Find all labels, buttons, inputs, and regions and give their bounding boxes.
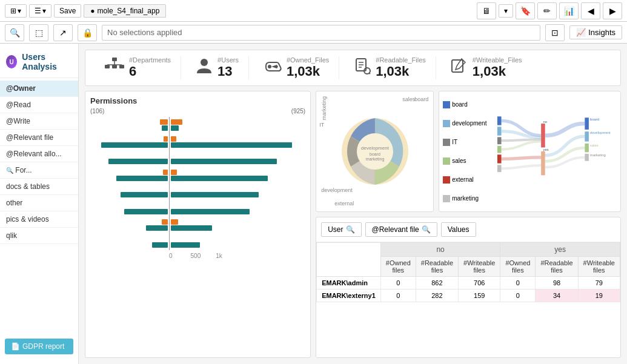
no-group-header: no — [380, 243, 500, 257]
sidebar-item-pics[interactable]: pics & videos — [0, 211, 78, 228]
user-cell-1: EMARK\externy1 — [317, 290, 381, 302]
x-label-1k: 1k — [216, 253, 222, 259]
sidebar-relevant-file-label: @Relevant file — [6, 133, 53, 142]
board-label-donut: board — [414, 96, 428, 102]
svg-point-6 — [201, 59, 208, 66]
insights-label: Insights — [588, 28, 615, 37]
sidebar-item-for[interactable]: 🔍 For... — [0, 162, 78, 179]
legend-marketing: marketing — [443, 195, 497, 202]
select-btn[interactable]: ⬚ — [29, 24, 48, 41]
svg-text:marketing: marketing — [365, 157, 384, 162]
yes-writeable-header: #Writeablefiles — [578, 257, 620, 277]
marketing-color — [443, 195, 450, 202]
sidebar-item-owner[interactable]: @Owner — [0, 81, 78, 97]
kpi-row: #Departments 6 #Users 13 — [85, 50, 621, 86]
list-menu-btn[interactable]: ☰ ▾ — [29, 4, 51, 18]
save-button[interactable]: Save — [54, 4, 81, 18]
file-icon: 📄 — [11, 342, 20, 351]
marketing-text: marketing — [452, 195, 479, 202]
sidebar-item-docs[interactable]: docs & tables — [0, 179, 78, 195]
app-logo: U — [6, 55, 17, 68]
second-toolbar: 🔍 ⬚ ↗ 🔒 No selections applied ⊡ 📈 Insigh… — [0, 22, 627, 44]
values-label: Values — [448, 225, 469, 234]
bookmark-btn[interactable]: 🔖 — [516, 2, 535, 19]
kpi-users: #Users 13 — [186, 56, 249, 79]
right-count-label: (925) — [291, 108, 305, 114]
left-count-label: (106) — [90, 108, 104, 114]
monitor-dropdown[interactable]: ▾ — [499, 4, 513, 18]
svg-text:no: no — [543, 120, 548, 124]
pencil-btn[interactable]: ✏ — [537, 2, 557, 19]
yes-readable-0: 98 — [536, 277, 578, 290]
top-toolbar: ⊞ ▾ ☰ ▾ Save ● mole_S4_final_app 🖥 ▾ 🔖 ✏… — [0, 0, 627, 22]
forward-btn[interactable]: ▶ — [603, 2, 622, 19]
IT-label-donut: IT — [319, 122, 324, 128]
owned-label: #Owned_Files — [287, 56, 329, 64]
permissions-title: Permissions — [90, 96, 305, 105]
sidebar-write-label: @Write — [6, 117, 30, 125]
zoom-btn[interactable]: 🔍 — [5, 24, 24, 41]
chart-btn[interactable]: 📊 — [559, 2, 579, 19]
sidebar-item-other[interactable]: other — [0, 195, 78, 211]
no-readable-0: 862 — [416, 277, 458, 290]
app-tab[interactable]: ● mole_S4_final_app — [84, 4, 166, 18]
no-writeable-header: #Writeablefiles — [459, 257, 500, 277]
user-search-button[interactable]: User 🔍 — [321, 222, 361, 237]
writeable-files-icon — [451, 58, 468, 78]
sidebar-docs-label: docs & tables — [6, 182, 50, 191]
gdpr-label: GDPR report — [22, 342, 64, 351]
development-label-donut: development — [321, 187, 353, 193]
insights-button[interactable]: 📈 Insights — [569, 25, 622, 39]
yes-owned-0: 0 — [500, 277, 536, 290]
monitor-btn[interactable]: 🖥 — [477, 2, 496, 19]
sidebar-item-qlik[interactable]: qlik — [0, 228, 78, 244]
lock-btn[interactable]: 🔒 — [78, 24, 97, 41]
departments-label: #Departments — [129, 56, 171, 64]
values-button[interactable]: Values — [441, 222, 476, 237]
svg-rect-29 — [541, 124, 545, 147]
sidebar-item-relevant-allo[interactable]: @Relevant allo... — [0, 146, 78, 162]
sidebar-other-label: other — [6, 199, 22, 207]
dropdown-arrow: ▾ — [18, 7, 21, 15]
no-selections-text: No selections applied — [107, 28, 182, 37]
readable-label: #Readable_Files — [376, 56, 426, 64]
kpi-owned-files: #Owned_Files 1,03k — [254, 56, 339, 79]
svg-rect-3 — [119, 65, 124, 68]
yes-owned-header: #Ownedfiles — [500, 257, 536, 277]
sidebar-pics-label: pics & videos — [6, 215, 49, 223]
relevant-file-search-icon: 🔍 — [422, 225, 431, 234]
yes-readable-header: #Readablefiles — [536, 257, 578, 277]
sidebar-item-write[interactable]: @Write — [0, 113, 78, 130]
development-text: development — [452, 120, 486, 127]
relevant-file-search-button[interactable]: @Relevant file 🔍 — [365, 222, 437, 237]
charts-table-row: Permissions (106) (925) — [85, 91, 621, 358]
legend-it: IT — [443, 139, 497, 146]
gdpr-report-button[interactable]: 📄 GDPR report — [5, 339, 73, 354]
svg-text:development: development — [361, 145, 390, 151]
grid-icon: ⊞ — [10, 7, 16, 15]
user-cell-0: EMARK\admin — [317, 277, 381, 290]
svg-line-13 — [369, 73, 370, 74]
no-writeable-0: 706 — [459, 277, 500, 290]
kpi-writeable-files: #Writeable_Files 1,03k — [441, 56, 532, 79]
data-table-inner: no yes #Ownedfiles #Readablefiles #Write… — [316, 242, 620, 302]
sales-color — [443, 157, 450, 165]
donut-chart: marketing sales board development extern… — [316, 91, 434, 212]
it-color — [443, 139, 450, 146]
content-area: #Departments 6 #Users 13 — [79, 44, 627, 364]
no-writeable-1: 159 — [459, 290, 500, 302]
back-btn[interactable]: ◀ — [581, 2, 600, 19]
sidebar-item-read[interactable]: @Read — [0, 97, 78, 113]
external-text: external — [452, 176, 474, 183]
no-owned-1: 0 — [380, 290, 416, 302]
selection-icon-btn[interactable]: ⊡ — [545, 24, 565, 41]
svg-point-19 — [357, 133, 393, 170]
sidebar-owner-label: @Owner — [6, 84, 36, 93]
user-col-header — [317, 243, 381, 277]
sidebar-item-relevant-file[interactable]: @Relevant file — [0, 130, 78, 146]
fwd-btn[interactable]: ↗ — [53, 24, 73, 41]
readable-files-icon — [354, 58, 371, 78]
no-readable-header: #Readablefiles — [416, 257, 458, 277]
app-menu-btn[interactable]: ⊞ ▾ — [5, 4, 27, 18]
svg-rect-25 — [497, 137, 502, 144]
